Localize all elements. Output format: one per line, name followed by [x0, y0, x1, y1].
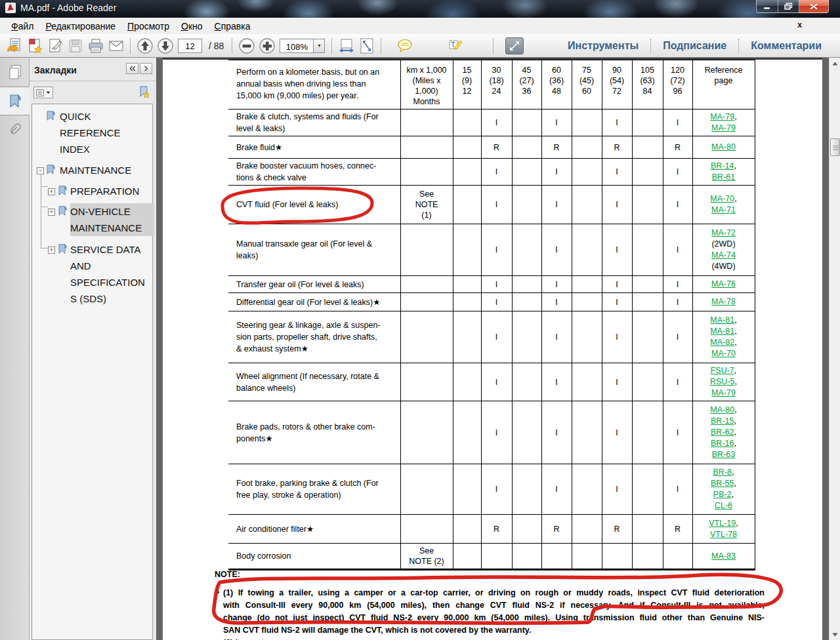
reference-link[interactable]: MA-70 [711, 349, 736, 358]
header-interval-col-5: 90 (54) 72 [602, 60, 632, 110]
page-number-input[interactable] [178, 39, 202, 53]
highlight-button[interactable]: T [445, 36, 465, 56]
expander-plus-icon[interactable]: + [48, 247, 55, 254]
reference-link[interactable]: MA-80 [710, 405, 734, 414]
reference-link[interactable]: MA-83 [711, 551, 736, 561]
menubar-close-icon[interactable]: x [797, 20, 802, 30]
bookmark-label[interactable]: PREPARATION [70, 183, 139, 199]
reference-link[interactable]: BR-16 [711, 439, 734, 448]
reference-link[interactable]: MA-81 [710, 315, 734, 325]
reference-link[interactable]: MA-82 [710, 338, 734, 347]
reference-link[interactable]: MA-76 [711, 279, 736, 289]
titlebar: MA.pdf - Adobe Reader [0, 0, 840, 18]
reference-link[interactable]: MA-79 [710, 112, 734, 121]
bookmark-options-button[interactable] [33, 87, 53, 98]
sign-panel-button[interactable]: Подписание [651, 40, 738, 52]
expand-panel-button[interactable] [140, 63, 152, 74]
zoom-dropdown-button[interactable]: ▼ [314, 39, 325, 53]
expander-minus-icon[interactable]: − [37, 167, 44, 174]
scrollbar-thumb[interactable] [830, 138, 840, 156]
reference-link[interactable]: RSU-5 [710, 377, 735, 386]
open-button[interactable] [4, 36, 24, 56]
zoom-in-button[interactable] [257, 36, 277, 56]
create-pdf-button[interactable] [24, 36, 45, 56]
previous-page-button[interactable] [135, 36, 155, 56]
comment-button[interactable] [394, 36, 415, 56]
reference-link[interactable]: MA-71 [711, 205, 736, 214]
reference-link[interactable]: BR-63 [712, 450, 735, 459]
reference-link[interactable]: BR-14 [711, 161, 734, 170]
restore-button[interactable] [778, 0, 799, 13]
reference-link[interactable]: BR-15 [711, 416, 734, 426]
expander-plus-icon[interactable]: + [48, 188, 55, 195]
row-interval-note [400, 136, 453, 159]
row-references: MA-80 [692, 136, 755, 159]
tools-panel-button[interactable]: Инструменты [556, 40, 650, 52]
menu-item-1[interactable]: Редактирование [39, 19, 121, 33]
save-icon [68, 38, 83, 54]
reference-link[interactable]: VTL-78 [710, 530, 737, 539]
print-button[interactable] [85, 36, 106, 56]
email-button[interactable] [106, 36, 126, 56]
menu-item-3[interactable]: Окно [175, 19, 209, 33]
menu-item-4[interactable]: Справка [209, 19, 257, 33]
header-interval: km x 1,000 (Miles x 1,000) Months [400, 60, 453, 110]
reference-link[interactable]: MA-78 [711, 297, 736, 306]
row-references: FSU-7,RSU-5,MA-79 [692, 363, 755, 401]
menu-item-0[interactable]: Файл [5, 19, 39, 33]
row-mark: R [541, 136, 572, 159]
collapse-panel-button[interactable] [126, 63, 138, 74]
reference-link[interactable]: MA-70 [710, 194, 734, 203]
row-mark: I [602, 159, 632, 186]
attachments-panel-tab[interactable] [0, 115, 30, 144]
reference-link[interactable]: BR-8 [713, 468, 732, 477]
reference-link[interactable]: MA-79 [711, 123, 736, 132]
next-page-button[interactable] [155, 36, 175, 56]
close-button[interactable] [799, 0, 829, 13]
fit-width-button[interactable] [336, 36, 356, 56]
new-bookmark-button[interactable] [138, 85, 151, 101]
panel-divider[interactable] [156, 58, 163, 640]
fullscreen-button[interactable] [505, 37, 524, 54]
zoom-level-input[interactable] [280, 39, 314, 53]
reference-text: (2WD) [711, 239, 735, 249]
row-mark [512, 293, 541, 311]
fit-page-button[interactable] [356, 36, 377, 56]
reference-link[interactable]: MA-74 [711, 250, 736, 260]
bookmark-label[interactable]: MAINTENANCE [60, 162, 131, 178]
reference-link[interactable]: VTL-19 [709, 519, 736, 528]
bookmark-item-quick-reference-index[interactable]: QUICKREFERENCEINDEX [32, 108, 121, 157]
sign-button[interactable] [45, 36, 65, 56]
row-mark [541, 544, 572, 570]
reference-link[interactable]: MA-79 [711, 388, 736, 397]
reference-link[interactable]: MA-80 [711, 142, 736, 151]
bookmark-item-preparation[interactable]: +PREPARATION [32, 183, 139, 199]
expander-plus-icon[interactable]: + [48, 209, 55, 216]
comments-panel-button[interactable]: Комментарии [739, 40, 833, 52]
bookmark-label[interactable]: ON-VEHICLEMAINTENANCE [70, 203, 154, 236]
reference-link[interactable]: MA-81 [710, 327, 734, 336]
menu-item-2[interactable]: Просмотр [121, 19, 175, 33]
minimize-button[interactable] [756, 0, 778, 13]
reference-link[interactable]: BR-61 [712, 172, 735, 182]
reference-link[interactable]: CL-6 [715, 501, 732, 510]
scroll-up-button[interactable] [830, 58, 840, 69]
bookmark-label[interactable]: SERVICE DATAANDSPECIFICATIONS (SDS) [70, 241, 145, 307]
reference-link[interactable]: BR-62 [711, 428, 734, 437]
reference-link[interactable]: FSU-7 [711, 366, 734, 375]
bookmark-item-on-vehicle-maintenance[interactable]: +ON-VEHICLEMAINTENANCE [32, 203, 154, 236]
row-description: Foot brake, parking brake & clutch (For … [228, 464, 400, 515]
pages-panel-tab[interactable] [0, 58, 30, 87]
vertical-scrollbar[interactable] [829, 58, 840, 640]
bookmark-item-maintenance[interactable]: −MAINTENANCE [32, 162, 131, 178]
save-button[interactable] [65, 36, 85, 56]
bookmark-item-service-data-and-specifications-sds[interactable]: +SERVICE DATAANDSPECIFICATIONS (SDS) [32, 241, 145, 307]
zoom-out-button[interactable] [236, 36, 257, 56]
bookmarks-panel-tab[interactable] [0, 87, 30, 115]
reference-link[interactable]: BR-55 [711, 479, 734, 488]
bookmark-label[interactable]: QUICKREFERENCEINDEX [60, 108, 121, 157]
table-row: Transfer gear oil (For level & leaks)III… [228, 276, 755, 293]
scroll-down-button[interactable] [830, 629, 840, 640]
reference-link[interactable]: MA-72 [711, 228, 736, 237]
reference-link[interactable]: PB-2 [713, 490, 732, 499]
